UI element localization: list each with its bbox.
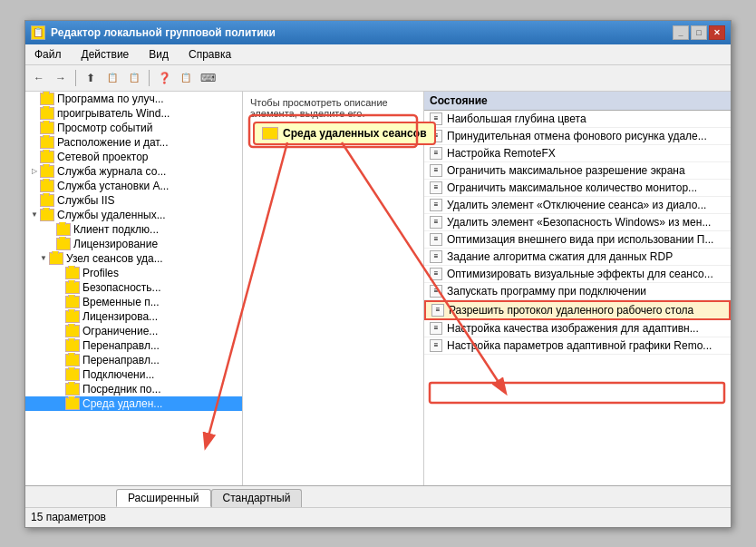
folder-icon-1 <box>40 107 54 120</box>
tree-item-16[interactable]: Ограничение... <box>25 324 242 338</box>
folder-icon-0 <box>40 93 54 105</box>
policy-item-5[interactable]: ≡ Удалить элемент «Отключение сеанса» из… <box>424 197 731 214</box>
close-button[interactable]: ✕ <box>709 25 725 40</box>
help-button[interactable]: ❓ <box>154 68 174 88</box>
maximize-button[interactable]: □ <box>691 25 707 40</box>
copy-button[interactable]: 📋 <box>102 68 122 88</box>
expand-icon-13[interactable] <box>54 282 65 293</box>
tree-item-10[interactable]: Лицензирование <box>25 237 242 251</box>
policy-item-12[interactable]: ≡ Настройка качества изображения для ада… <box>424 320 731 337</box>
minimize-button[interactable]: _ <box>673 25 689 40</box>
expand-icon-9[interactable] <box>45 224 56 235</box>
policy-item-6[interactable]: ≡ Удалить элемент «Безопасность Windows»… <box>424 214 731 231</box>
expand-icon-21[interactable] <box>54 398 65 409</box>
expand-icon-11[interactable]: ▼ <box>38 253 49 264</box>
tree-item-20[interactable]: Посредник по... <box>25 382 242 396</box>
tree-item-18[interactable]: Перенаправл... <box>25 353 242 367</box>
tree-label-0: Программа по улуч... <box>57 93 164 105</box>
tree-item-profiles[interactable]: Profiles <box>25 266 242 280</box>
policy-item-2[interactable]: ≡ Настройка RemoteFX <box>424 145 731 162</box>
tree-item-11[interactable]: ▼ Узел сеансов уда... <box>25 251 242 266</box>
back-button[interactable]: ← <box>29 68 49 88</box>
policy-item-8[interactable]: ≡ Задание алгоритма сжатия для данных RD… <box>424 249 731 266</box>
tree-item-8[interactable]: ▼ Службы удаленных... <box>25 208 242 222</box>
tree-item-1[interactable]: проигрыватель Wind... <box>25 106 242 121</box>
expand-icon-6[interactable] <box>29 181 40 191</box>
tree-item-5[interactable]: ▷ Служба журнала со... <box>25 164 242 179</box>
tree-item-3[interactable]: Расположение и дат... <box>25 135 242 150</box>
folder-icon-8 <box>40 209 54 221</box>
tab-extended[interactable]: Расширенный <box>116 489 211 507</box>
expand-icon-8[interactable]: ▼ <box>29 210 40 220</box>
menu-file[interactable]: Файл <box>29 46 67 63</box>
expand-icon-12[interactable] <box>54 268 65 278</box>
expand-icon-18[interactable] <box>54 355 65 366</box>
forward-button[interactable]: → <box>51 68 71 88</box>
policy-item-9[interactable]: ≡ Оптимизировать визуальные эффекты для … <box>424 266 731 283</box>
expand-icon-5[interactable]: ▷ <box>29 166 40 177</box>
expand-icon-2[interactable] <box>29 122 40 133</box>
policy-label-11: Разрешить протокол удаленного рабочего с… <box>449 304 693 317</box>
policy-label-9: Оптимизировать визуальные эффекты для се… <box>447 268 713 280</box>
expand-icon-15[interactable] <box>54 311 65 322</box>
tree-item-7[interactable]: Службы IIS <box>25 193 242 208</box>
tree-item-0[interactable]: Программа по улуч... <box>25 92 242 106</box>
policy-item-7[interactable]: ≡ Оптимизация внешнего вида при использо… <box>424 231 731 249</box>
policy-item-3[interactable]: ≡ Ограничить максимальное разрешение экр… <box>424 162 731 180</box>
policy-icon-13: ≡ <box>430 339 442 352</box>
policy-label-12: Настройка качества изображения для адапт… <box>447 322 699 335</box>
expand-icon-19[interactable] <box>54 369 65 380</box>
expand-icon-17[interactable] <box>54 340 65 351</box>
expand-icon-0[interactable] <box>29 93 40 104</box>
tree-item-17[interactable]: Перенаправл... <box>25 338 242 353</box>
tree-item-selected[interactable]: Среда удален... <box>25 396 242 411</box>
policy-item-4[interactable]: ≡ Ограничить максимальное количество мон… <box>424 180 731 197</box>
tree-item-9[interactable]: Клиент подклю... <box>25 222 242 237</box>
folder-icon-2 <box>40 122 54 134</box>
folder-icon-4 <box>40 151 54 163</box>
title-bar-left: 📋 Редактор локальной групповой политики <box>31 25 276 40</box>
folder-icon-10 <box>56 238 71 250</box>
window-title: Редактор локальной групповой политики <box>51 26 276 39</box>
tree-item-6[interactable]: Служба установки А... <box>25 179 242 193</box>
tree-item-14[interactable]: Временные п... <box>25 295 242 309</box>
menu-view[interactable]: Вид <box>143 46 174 63</box>
policy-item-0[interactable]: ≡ Наибольшая глубина цвета <box>424 111 731 128</box>
tree-label-13: Безопасность... <box>82 281 161 294</box>
tree-item-15[interactable]: Лицензирова... <box>25 309 242 324</box>
policy-item-highlighted[interactable]: ≡ Разрешить протокол удаленного рабочего… <box>424 300 731 320</box>
policy-icon-8: ≡ <box>430 250 442 263</box>
tree-item-4[interactable]: Сетевой проектор <box>25 150 242 164</box>
menu-bar: Файл Действие Вид Справка <box>25 44 731 65</box>
up-button[interactable]: ⬆ <box>81 68 101 88</box>
folder-icon-21 <box>65 397 80 410</box>
folder-icon-6 <box>40 180 54 192</box>
expand-icon-10[interactable] <box>45 239 56 249</box>
expand-icon-20[interactable] <box>54 384 65 395</box>
export-button[interactable]: 📋 <box>176 68 196 88</box>
expand-icon-1[interactable] <box>29 108 40 119</box>
tabs-row: Расширенный Стандартный <box>25 486 731 507</box>
expand-icon-3[interactable] <box>29 137 40 148</box>
policy-item-1[interactable]: ≡ Принудительная отмена фонового рисунка… <box>424 128 731 145</box>
expand-icon-14[interactable] <box>54 297 65 308</box>
tree-item-2[interactable]: Просмотр событий <box>25 121 242 135</box>
policy-item-10[interactable]: ≡ Запускать программу при подключении <box>424 283 731 300</box>
paste-button[interactable]: 📋 <box>124 68 144 88</box>
policy-icon-9: ≡ <box>430 268 442 280</box>
expand-icon-4[interactable] <box>29 151 40 162</box>
expand-icon-7[interactable] <box>29 195 40 206</box>
tree-item-19[interactable]: Подключени... <box>25 367 242 382</box>
policy-label-13: Настройка параметров адаптивной графики … <box>447 339 712 352</box>
menu-action[interactable]: Действие <box>76 46 135 63</box>
filter-button[interactable]: ⌨ <box>198 68 218 88</box>
tree-item-13[interactable]: Безопасность... <box>25 280 242 295</box>
tab-standard[interactable]: Стандартный <box>211 489 303 507</box>
policy-item-13[interactable]: ≡ Настройка параметров адаптивной график… <box>424 337 731 355</box>
policy-label-8: Задание алгоритма сжатия для данных RDP <box>447 250 673 263</box>
split-view: Чтобы просмотреть описание элемента, выд… <box>243 92 731 485</box>
folder-icon-11 <box>49 252 63 265</box>
menu-help[interactable]: Справка <box>183 46 237 63</box>
expand-icon-16[interactable] <box>54 326 65 337</box>
policy-label-6: Удалить элемент «Безопасность Windows» и… <box>447 216 711 229</box>
